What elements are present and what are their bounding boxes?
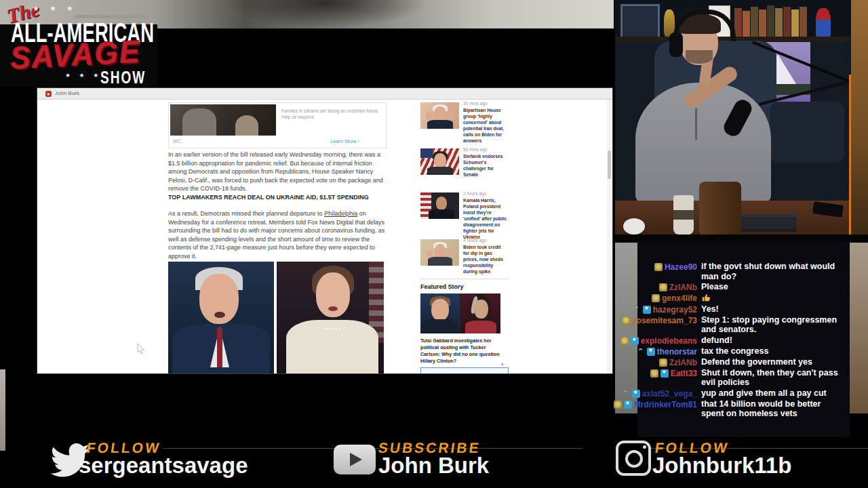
paragraph-2-text: As a result, Democrats missed their plan…	[168, 210, 324, 217]
gift-badge-icon	[620, 337, 629, 345]
gift-badge-icon	[652, 294, 660, 302]
gift-badge-icon	[614, 401, 622, 409]
logo-stars-bottom: ★ ★ ★	[65, 72, 102, 79]
logo-stars-top: ★ ★ ★	[33, 4, 77, 13]
article-paragraph-2: As a result, Democrats missed their plan…	[168, 209, 390, 260]
chevron-down-icon[interactable]: ▾	[501, 362, 504, 367]
framed-picture	[620, 4, 660, 39]
sidebar-news-item[interactable]: 30 mins ago Bipartisan House group 'high…	[420, 101, 509, 143]
ad-text: Families in Ukraine are facing an uncert…	[281, 108, 382, 120]
twitter-handle[interactable]: sergeantsavage	[79, 453, 248, 479]
chat-message-text	[701, 293, 842, 304]
pelosi-pearls	[320, 321, 346, 330]
chat-message-text: Please	[701, 282, 842, 292]
instagram-handle[interactable]: Johnburk11b	[652, 453, 791, 479]
chat-message-text: defund!	[701, 336, 842, 346]
chat-message-text: Shut it down, then they can't pass evil …	[701, 368, 842, 388]
news-title[interactable]: Stefanik endorses Schumer's challenger f…	[463, 153, 508, 178]
youtube-favicon-icon	[45, 91, 52, 97]
thumbs-up-emote-icon	[701, 293, 711, 302]
chat-username[interactable]: axlat52_vega_	[642, 389, 697, 399]
ad-banner[interactable]: Families in Ukraine are facing an uncert…	[168, 102, 387, 148]
window-titlebar[interactable]: John Burk	[37, 88, 612, 100]
sub-badge-icon	[631, 337, 639, 345]
sub-badge-icon	[647, 348, 655, 356]
chat-username[interactable]: thenorstar	[657, 347, 697, 357]
chat-username[interactable]: yosemitesam_73	[632, 316, 697, 325]
chat-username[interactable]: Hazee90	[665, 262, 697, 272]
background-edge-strip	[0, 369, 5, 451]
chat-username[interactable]: explodiebeans	[641, 336, 697, 346]
gift-badge-icon	[650, 369, 658, 378]
chat-message: ⌃axlat52_vega_ yup and give them all a p…	[637, 388, 850, 399]
stream-overlay: The ★ ★ ★ ALL-AMERICAN SAVAGE ★ ★ ★ SHOW…	[0, 0, 868, 488]
chat-message: EatIt33 Shut it down, then they can't pa…	[637, 368, 850, 388]
social-bar: FOLLOW sergeantsavage SUBSCRIBE John Bur…	[0, 437, 868, 488]
ad-image-figure	[182, 108, 216, 136]
chevron-up-icon: ⌃	[633, 306, 641, 314]
chat-message-text: if the govt shut down what would man do?	[701, 262, 842, 281]
chat-message: yosemitesam_73 Step 1: stop paying congr…	[637, 315, 850, 335]
tulsi-photo	[461, 293, 500, 333]
ad-image-figure-2	[235, 115, 258, 136]
philadelphia-link[interactable]: Philadelphia	[324, 210, 357, 217]
chat-username[interactable]: hazegray52	[653, 305, 697, 314]
sub-badge-icon	[624, 401, 632, 409]
article-photo-mccarthy-pelosi	[168, 262, 384, 373]
chat-message: genx4life	[637, 293, 850, 304]
chat-message: MrdrinkerTom81 that 14 billion would be …	[637, 399, 850, 419]
gift-badge-icon	[622, 317, 630, 325]
mccarthy-mouth	[214, 312, 225, 318]
ad-learn-more-link[interactable]: Learn More ›	[330, 138, 359, 144]
featured-story-caption[interactable]: Tulsi Gabbard investigates her political…	[420, 338, 505, 365]
mouse-cursor	[136, 343, 146, 355]
bookshelf	[615, 0, 868, 38]
sub-badge-icon	[660, 369, 669, 378]
chat-panel[interactable]: Hazee90 if the govt shut down what would…	[637, 241, 850, 437]
sidebar-news-item[interactable]: 56 mins ago Stefanik endorses Schumer's …	[420, 147, 509, 189]
featured-story-label: Featured Story	[420, 283, 464, 290]
instagram-icon	[616, 441, 651, 476]
wooden-mug	[699, 182, 741, 237]
headphones-earcup	[669, 33, 683, 57]
news-title[interactable]: Bipartisan House group 'highly concerned…	[463, 107, 508, 144]
ad-sponsor: IRC.	[173, 139, 182, 144]
window-scrollbar-track[interactable]	[607, 100, 612, 373]
chat-message-text: that 14 billion would be better spent on…	[701, 399, 842, 419]
shirt-buttons	[695, 108, 697, 140]
news-timestamp: 56 mins ago	[463, 147, 508, 152]
computer-mouse	[623, 218, 645, 235]
chair-back	[770, 102, 844, 163]
sidebar-next-module	[420, 367, 509, 373]
stefanik-thumbnail	[420, 148, 459, 175]
news-timestamp: 4 hours ago	[463, 238, 508, 243]
news-timestamp: 2 hours ago	[463, 191, 508, 196]
chat-message-text: Step 1: stop paying congressmen and sena…	[701, 315, 842, 335]
news-title[interactable]: Kamala Harris, Poland president insist t…	[463, 197, 508, 240]
chat-username[interactable]: ZzIANb	[669, 358, 697, 367]
chat-message-text: tax the congress	[701, 346, 842, 357]
window-title: John Burk	[55, 90, 79, 96]
overlay-right-edge	[851, 0, 868, 241]
browser-window: John Burk Families in Ukraine are facing…	[37, 88, 612, 373]
chat-username[interactable]: genx4life	[662, 293, 697, 303]
background-strip-right	[850, 243, 868, 413]
sidebar-news-item[interactable]: 4 hours ago Biden took credit for dip in…	[420, 238, 509, 280]
youtube-handle[interactable]: John Burk	[378, 453, 489, 479]
chat-username[interactable]: ZzIANb	[669, 283, 697, 292]
chat-message: ZzIANb Defend the government yes	[637, 357, 850, 367]
gift-badge-icon	[654, 263, 663, 271]
pelosi-mouth	[328, 306, 338, 311]
window-scrollbar-thumb[interactable]	[608, 150, 611, 179]
mccarthy-photo	[168, 262, 274, 373]
featured-story-image[interactable]	[420, 293, 500, 333]
superman-figure	[816, 8, 831, 37]
chat-username[interactable]: EatIt33	[671, 369, 697, 378]
sidebar-news-item[interactable]: 2 hours ago Kamala Harris, Poland presid…	[420, 191, 509, 233]
background-strip-left	[615, 243, 637, 413]
gift-badge-icon	[659, 283, 667, 291]
chat-username[interactable]: MrdrinkerTom81	[634, 400, 697, 409]
sub-badge-icon	[643, 306, 651, 314]
ad-image	[170, 104, 276, 136]
news-title[interactable]: Biden took credit for dip in gas prices,…	[463, 244, 508, 274]
